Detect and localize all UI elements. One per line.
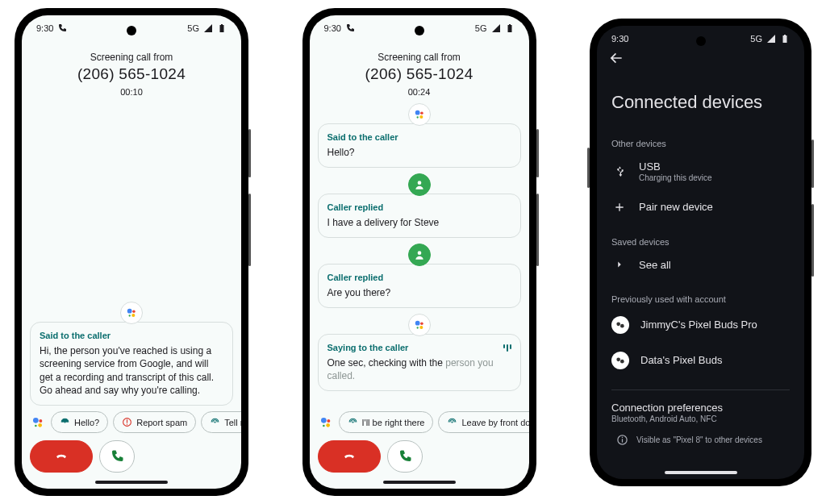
svg-point-24 (327, 419, 330, 423)
card-body: One sec, checking with the person you ca… (327, 356, 511, 382)
row-device-jimmyc-pixel-buds-pro[interactable]: JimmyC's Pixel Buds Pro (611, 307, 790, 343)
phone-status-icon (345, 23, 355, 33)
chip-report-spam[interactable]: Report spam (113, 411, 196, 433)
svg-point-29 (616, 322, 620, 326)
section-label: Saved devices (611, 237, 790, 247)
voice-icon (348, 417, 358, 427)
assistant-icon (126, 307, 137, 319)
chip-be-right-there[interactable]: I'll be right there (339, 411, 434, 433)
svg-point-31 (616, 357, 620, 361)
card-body: Hello? (327, 146, 511, 159)
nav-home-indicator[interactable] (95, 481, 168, 484)
assistant-icon (30, 414, 46, 431)
left-button (587, 148, 590, 188)
svg-point-16 (416, 116, 418, 118)
answer-call-button[interactable] (99, 440, 135, 473)
svg-point-22 (416, 327, 418, 328)
answer-call-button[interactable] (387, 440, 423, 473)
arrow-back-icon (608, 50, 624, 66)
section-connection-preferences: Connection preferences Bluetooth, Androi… (597, 381, 804, 457)
screen-connected-devices: 9:30 5G Connected devices Other devices … (597, 26, 804, 479)
card-body: I have a delivery for Steve (327, 216, 511, 229)
section-saved-devices: Saved devices See all (597, 226, 804, 283)
phone-status-icon (57, 23, 67, 33)
person-icon (414, 179, 425, 190)
assistant-icon (414, 109, 425, 120)
chip-hello[interactable]: Hello? (51, 411, 108, 433)
svg-point-3 (129, 315, 131, 317)
transcript-card: Said to the caller Hi, the person you've… (30, 322, 233, 406)
svg-point-6 (38, 423, 42, 427)
assistant-avatar (408, 314, 431, 336)
signal-icon (766, 34, 776, 44)
row-title: USB (639, 160, 712, 173)
caller-avatar (408, 244, 431, 266)
info-icon (616, 434, 628, 446)
svg-point-4 (33, 418, 39, 423)
row-device-datas-pixel-buds[interactable]: Data's Pixel Buds (611, 343, 790, 378)
nav-home-indicator[interactable] (665, 471, 737, 474)
earbuds-icon (611, 316, 629, 334)
transcript-stream: Said to the caller Hi, the person you've… (22, 103, 241, 406)
transcript-card: Said to the caller Hello? (318, 123, 521, 168)
volume-button (536, 194, 539, 266)
svg-point-30 (620, 323, 624, 327)
svg-point-8 (64, 421, 65, 423)
card-label: Saying to the caller (327, 342, 511, 354)
phone-mock-1: 9:30 5G Screening call from (206) 565-10… (15, 8, 248, 496)
earbuds-icon (611, 352, 629, 369)
volume-button (248, 194, 251, 266)
call-header: Screening call from (206) 565-1024 00:10 (22, 35, 241, 103)
phone-mock-2: 9:30 5G They said to leave the package S… (302, 8, 536, 496)
svg-point-5 (39, 419, 42, 423)
screen-call-screening-live: 9:30 5G They said to leave the package S… (310, 15, 529, 489)
voice-icon (210, 417, 220, 427)
card-label: Said to the caller (40, 330, 223, 342)
svg-point-19 (415, 321, 419, 326)
row-connection-preferences[interactable]: Connection preferences Bluetooth, Androi… (611, 395, 790, 426)
row-title: See all (639, 259, 671, 271)
call-buttons (310, 433, 529, 481)
row-subtitle: Charging this device (639, 173, 712, 183)
row-subtitle: Bluetooth, Android Auto, NFC (611, 414, 723, 424)
section-label: Previously used with account (611, 294, 790, 304)
transcript-stream[interactable]: Said to the caller Hello? Caller replied… (310, 103, 529, 406)
chip-label: I'll be right there (362, 418, 425, 427)
end-call-button[interactable] (318, 440, 381, 473)
svg-point-23 (321, 418, 327, 423)
back-button[interactable] (597, 45, 804, 69)
row-pair-new-device[interactable]: Pair new device (611, 192, 790, 223)
battery-icon (217, 23, 227, 33)
nav-home-indicator[interactable] (383, 481, 456, 484)
end-call-button[interactable] (30, 440, 93, 473)
svg-point-32 (620, 359, 624, 363)
svg-point-15 (419, 115, 423, 119)
svg-rect-11 (127, 424, 127, 425)
assistant-icon (414, 319, 425, 331)
row-usb[interactable]: USB Charging this device (611, 152, 790, 192)
quick-reply-row: I'll be right there Leave by front door (310, 406, 529, 433)
power-button (248, 129, 251, 177)
svg-point-13 (415, 110, 419, 115)
chip-leave-front-door[interactable]: Leave by front door (438, 411, 528, 433)
card-body: Are you there? (327, 286, 511, 299)
section-previously-used: Previously used with account JimmyC's Pi… (597, 283, 804, 381)
chip-tell-me-more[interactable]: Tell me mo (201, 411, 241, 433)
svg-point-27 (352, 421, 353, 423)
caller-avatar (408, 173, 431, 196)
call-buttons (22, 433, 241, 481)
status-time: 9:30 (611, 34, 628, 44)
chip-label: Hello? (74, 418, 99, 427)
svg-point-18 (417, 251, 421, 255)
card-label: Caller replied (327, 272, 511, 284)
section-other-devices: Other devices USB Charging this device P… (597, 127, 804, 226)
transcript-card-live: Saying to the caller One sec, checking w… (318, 334, 521, 391)
caller-number: (206) 565-1024 (30, 64, 233, 85)
camera-punchhole (127, 26, 136, 35)
row-visibility-info: Visible as "Pixel 8" to other devices (611, 426, 790, 454)
call-duration: 00:10 (30, 86, 233, 98)
row-title: Pair new device (639, 201, 713, 213)
transcript-card: Caller replied I have a delivery for Ste… (318, 194, 521, 238)
row-see-all[interactable]: See all (611, 250, 790, 280)
usb-icon (611, 165, 628, 178)
